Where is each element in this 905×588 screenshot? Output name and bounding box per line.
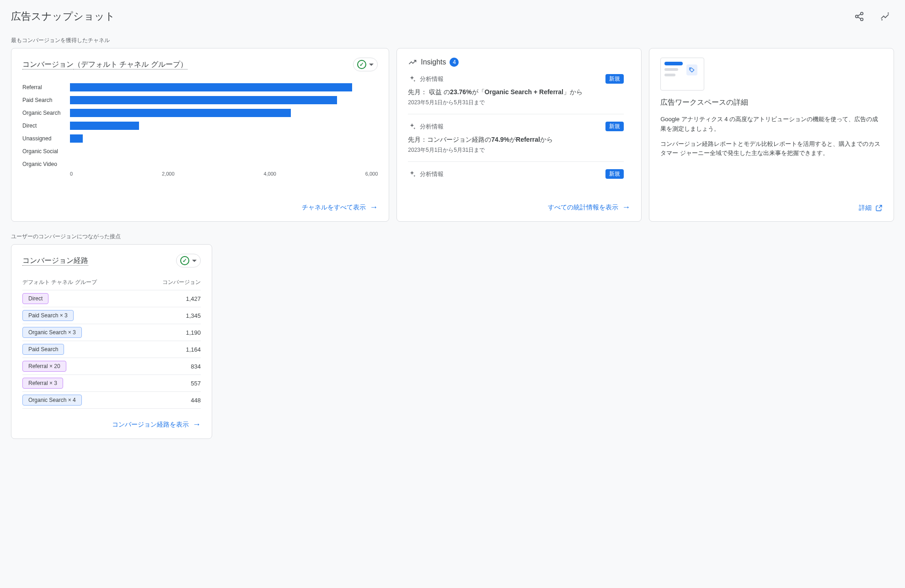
path-row[interactable]: Paid Search × 31,345 <box>22 307 201 324</box>
path-value: 1,190 <box>186 329 201 336</box>
insights-title: Insights <box>421 58 446 66</box>
workspace-details-label: 詳細 <box>859 204 872 212</box>
workspace-illustration <box>660 58 704 91</box>
bar-row: Organic Social <box>22 146 378 156</box>
svg-point-2 <box>861 18 863 21</box>
channel-chip: Referral × 20 <box>22 361 66 372</box>
view-paths-link[interactable]: コンバージョン経路を表示 → <box>112 420 201 429</box>
insight-item[interactable]: 分析情報新規 <box>408 161 624 190</box>
channel-chip: Direct <box>22 293 48 304</box>
axis-tick: 2,000 <box>162 171 175 176</box>
paths-card-title: コンバージョン経路 <box>22 256 88 266</box>
bar-chart: ReferralPaid SearchOrganic SearchDirectU… <box>22 79 378 169</box>
spark-icon <box>408 58 417 67</box>
page-title: 広告スナップショット <box>11 10 115 23</box>
bar-track <box>70 122 378 130</box>
svg-point-6 <box>881 19 883 21</box>
view-all-insights-link[interactable]: すべての統計情報を表示 → <box>548 203 630 212</box>
bar-label: Organic Search <box>22 110 70 116</box>
tag-icon <box>686 64 697 75</box>
x-axis: 02,0004,0006,000 <box>22 171 378 176</box>
bar-fill <box>70 134 83 143</box>
workspace-para-1: Google アナリティクス 4 の高度なアトリビューションの機能を使って、広告… <box>660 115 883 134</box>
svg-point-5 <box>888 12 889 14</box>
insight-label-text: 分析情報 <box>420 123 444 131</box>
workspace-details-link[interactable]: 詳細 <box>859 204 883 212</box>
bar-track <box>70 83 378 91</box>
arrow-right-icon: → <box>369 203 378 212</box>
channel-chip: Referral × 3 <box>22 378 63 389</box>
bar-row: Organic Video <box>22 159 378 169</box>
path-value: 557 <box>191 380 201 387</box>
section-label-channels: 最もコンバージョンを獲得したチャネル <box>11 37 894 44</box>
path-value: 1,345 <box>186 312 201 319</box>
bar-row: Unassigned <box>22 134 378 144</box>
channel-chip: Organic Search × 3 <box>22 327 82 338</box>
path-value: 1,164 <box>186 346 201 353</box>
view-all-insights-label: すべての統計情報を表示 <box>548 203 618 212</box>
insights-card: Insights 4 分析情報新規先月： 収益 の23.76%が「Organic… <box>396 48 642 222</box>
path-row[interactable]: Organic Search × 31,190 <box>22 324 201 341</box>
conversions-card-title: コンバージョン（デフォルト チャネル グループ） <box>22 60 187 69</box>
status-selector[interactable]: ✓ <box>353 58 378 71</box>
chevron-down-icon <box>369 64 374 66</box>
channel-chip: Paid Search <box>22 344 64 355</box>
check-circle-icon: ✓ <box>357 60 366 69</box>
axis-tick: 4,000 <box>263 171 276 176</box>
bar-fill <box>70 122 139 130</box>
bar-row: Direct <box>22 121 378 131</box>
path-value: 834 <box>191 363 201 370</box>
share-icon[interactable] <box>850 7 868 26</box>
conversions-title-prefix: コンバージョン <box>22 60 74 69</box>
external-link-icon <box>875 204 883 212</box>
view-paths-label: コンバージョン経路を表示 <box>112 421 189 429</box>
insight-item[interactable]: 分析情報新規先月：コンバージョン経路の74.9%がReferralから2023年… <box>408 114 624 161</box>
new-badge: 新規 <box>605 169 624 179</box>
conversions-title-suffix: （デフォルト チャネル グループ） <box>74 60 187 69</box>
bar-track <box>70 160 378 168</box>
conversions-card: コンバージョン（デフォルト チャネル グループ） ✓ ReferralPaid … <box>11 48 389 222</box>
bar-track <box>70 134 378 143</box>
chevron-down-icon <box>192 260 197 262</box>
channel-chip: Organic Search × 4 <box>22 395 82 406</box>
bar-track <box>70 109 378 117</box>
bar-fill <box>70 83 352 91</box>
insight-item[interactable]: 分析情報新規先月： 収益 の23.76%が「Organic Search + R… <box>408 74 624 114</box>
section-label-touchpoints: ユーザーのコンバージョンにつながった接点 <box>11 233 894 241</box>
insight-label-text: 分析情報 <box>420 170 444 178</box>
spark-plus-icon <box>408 123 416 131</box>
bar-fill <box>70 96 337 104</box>
axis-tick: 0 <box>70 171 73 176</box>
conversion-paths-card: コンバージョン経路 ✓ デフォルト チャネル グループ コンバージョン Dire… <box>11 244 212 439</box>
status-selector[interactable]: ✓ <box>176 254 201 267</box>
path-row[interactable]: Referral × 3557 <box>22 375 201 392</box>
bar-row: Referral <box>22 82 378 92</box>
insights-icon[interactable] <box>876 7 894 26</box>
bar-track <box>70 96 378 104</box>
insight-text: 先月： 収益 の23.76%が「Organic Search + Referra… <box>408 87 624 97</box>
bar-label: Referral <box>22 84 70 91</box>
svg-point-0 <box>861 12 863 15</box>
insight-text: 先月：コンバージョン経路の74.9%がReferralから <box>408 135 624 144</box>
workspace-title: 広告ワークスペースの詳細 <box>660 98 883 107</box>
svg-line-3 <box>858 14 861 16</box>
svg-line-4 <box>858 17 861 19</box>
bar-label: Paid Search <box>22 97 70 103</box>
path-row[interactable]: Direct1,427 <box>22 290 201 307</box>
bar-row: Organic Search <box>22 108 378 118</box>
bar-row: Paid Search <box>22 95 378 105</box>
view-all-channels-label: チャネルをすべて表示 <box>302 203 366 212</box>
spark-plus-icon <box>408 170 416 178</box>
path-row[interactable]: Paid Search1,164 <box>22 341 201 358</box>
view-all-channels-link[interactable]: チャネルをすべて表示 → <box>302 203 378 212</box>
path-row[interactable]: Referral × 20834 <box>22 358 201 375</box>
paths-col-1: デフォルト チャネル グループ <box>22 278 97 286</box>
bar-track <box>70 147 378 155</box>
bar-fill <box>70 109 291 117</box>
axis-tick: 6,000 <box>365 171 378 176</box>
paths-col-2: コンバージョン <box>162 278 201 286</box>
arrow-right-icon: → <box>193 420 201 429</box>
bar-label: Direct <box>22 123 70 129</box>
svg-point-7 <box>691 69 691 69</box>
path-row[interactable]: Organic Search × 4448 <box>22 392 201 409</box>
